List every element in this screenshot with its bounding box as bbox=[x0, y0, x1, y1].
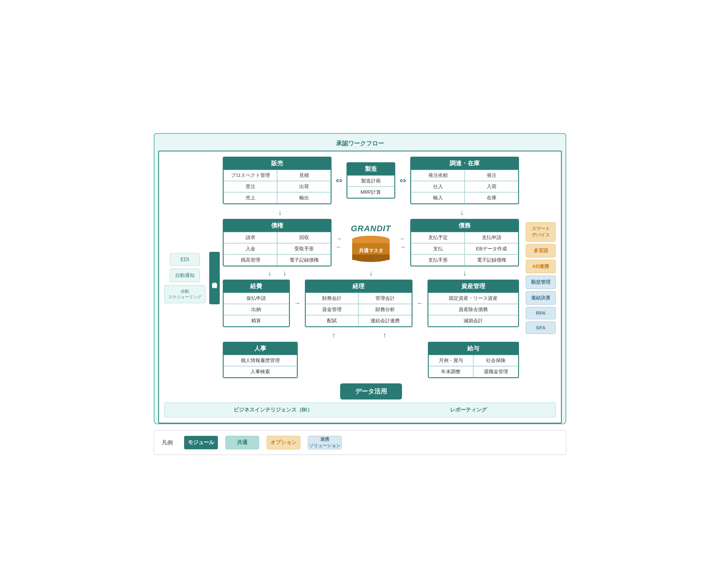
legend-module: モジュール bbox=[184, 436, 218, 449]
data-usage-banner: データ活用 bbox=[340, 383, 402, 399]
expense-header: 経費 bbox=[224, 280, 289, 293]
attendance-option: 勤怠管理 bbox=[526, 275, 556, 289]
pay-cell-2: 支払 bbox=[411, 243, 465, 254]
payable-module: 債務 支払予定 支払申請 支払 EBデータ作成 支払手形 電子記録債権 bbox=[410, 219, 519, 266]
mfg-header: 製造 bbox=[347, 163, 394, 175]
payroll-cell-1: 社会保険 bbox=[473, 355, 518, 366]
mfg-cell-1: MRP計算 bbox=[347, 187, 394, 198]
main-container: 承認ワークフロー EDI 自動通知 自動スケジューリング 外部連携 bbox=[154, 133, 566, 455]
expense-module: 経費 仮払申請 出納 精算 bbox=[223, 280, 290, 327]
smart-device-option: スマートデバイス bbox=[526, 222, 556, 242]
legend-common-rect: 共通 bbox=[225, 436, 259, 449]
approval-label: 承認ワークフロー bbox=[158, 138, 562, 151]
payable-header: 債務 bbox=[411, 220, 518, 232]
proc-cell-0: 発注依頼 bbox=[411, 170, 465, 181]
payroll-header: 給与 bbox=[429, 343, 518, 355]
payroll-cell-2: 年末調整 bbox=[429, 366, 474, 377]
asset-cell-2: 減損会計 bbox=[428, 315, 518, 326]
acc-cell-2: 資金管理 bbox=[306, 304, 359, 315]
proc-cell-4: 輸入 bbox=[411, 192, 465, 203]
bi-label: ビジネスインテリジェンス（BI） bbox=[234, 407, 312, 413]
legend-solution-rect: 連携ソリューション bbox=[308, 436, 342, 449]
asset-cell-0: 固定資産・リース資産 bbox=[428, 293, 518, 304]
pay-cell-1: 支払申請 bbox=[465, 232, 518, 243]
acc-cell-0: 財務会計 bbox=[306, 293, 359, 304]
mfg-cell-0: 製造計画 bbox=[347, 175, 394, 187]
edi-item: EDI bbox=[170, 253, 200, 266]
payroll-cell-0: 月例・賞与 bbox=[429, 355, 474, 366]
mfg-module: 製造 製造計画 MRP計算 bbox=[346, 162, 395, 199]
legend-box: 凡例 モジュール 共通 オプション 連携ソリューション bbox=[154, 430, 566, 455]
sales-cell-3: 出荷 bbox=[277, 181, 331, 192]
exp-cell-2: 精算 bbox=[224, 315, 289, 326]
procurement-module: 調達・在庫 発注依頼 発注 仕入 入荷 輸入 在庫 bbox=[410, 157, 519, 204]
rec-cell-4: 残高管理 bbox=[224, 254, 277, 266]
acc-cell-4: 配賦 bbox=[306, 315, 359, 326]
legend-module-rect: モジュール bbox=[184, 436, 218, 449]
procurement-header: 調達・在庫 bbox=[411, 157, 518, 170]
grandit-db: GRANDIT 共通マスタ bbox=[346, 224, 395, 262]
legend-common: 共通 bbox=[225, 436, 259, 449]
proc-cell-3: 入荷 bbox=[465, 181, 518, 192]
reporting-label: レポーティング bbox=[450, 407, 487, 413]
right-options-panel: スマートデバイス 多言語 AD連携 勤怠管理 連結決算 RPA SFA bbox=[522, 157, 556, 399]
payroll-cell-3: 退職金管理 bbox=[473, 366, 518, 377]
sales-module: 販売 プロスペクト管理 見積 受注 出荷 売上 輸出 bbox=[223, 157, 332, 204]
mfg-proc-arrow: ⇔ bbox=[399, 176, 406, 186]
rec-cell-5: 電子記録債権 bbox=[277, 254, 331, 266]
sales-cell-0: プロスペクト管理 bbox=[224, 170, 277, 181]
main-diagram-box: EDI 自動通知 自動スケジューリング 外部連携 販売 プロスペ bbox=[158, 151, 562, 423]
proc-cell-2: 仕入 bbox=[411, 181, 465, 192]
rec-cell-3: 受取手形 bbox=[277, 243, 331, 254]
assets-module: 資産管理 固定資産・リース資産 資産除去債務 減損会計 bbox=[428, 280, 519, 327]
exp-acc-arrow: → bbox=[294, 280, 301, 327]
external-panel: EDI 自動通知 自動スケジューリング 外部連携 bbox=[164, 157, 220, 399]
consol-option: 連結決算 bbox=[526, 291, 556, 305]
rec-cell-1: 回収 bbox=[277, 232, 331, 243]
proc-cell-5: 在庫 bbox=[465, 192, 518, 203]
sales-cell-4: 売上 bbox=[224, 192, 277, 203]
pay-cell-5: 電子記録債権 bbox=[465, 254, 518, 266]
external-label: 外部連携 bbox=[209, 252, 220, 304]
legend-option: オプション bbox=[267, 436, 300, 449]
center-panel: 販売 プロスペクト管理 見積 受注 出荷 売上 輸出 ⇔ bbox=[223, 157, 519, 399]
pay-cell-3: EBデータ作成 bbox=[465, 243, 518, 254]
rpa-option: RPA bbox=[526, 307, 556, 319]
acc-cell-1: 管理会計 bbox=[358, 293, 412, 304]
pay-cell-0: 支払予定 bbox=[411, 232, 465, 243]
assets-header: 資産管理 bbox=[428, 280, 518, 293]
pay-cell-4: 支払手形 bbox=[411, 254, 465, 266]
ad-connect-option: AD連携 bbox=[526, 260, 556, 273]
sales-cell-5: 輸出 bbox=[277, 192, 331, 203]
legend-title: 凡例 bbox=[162, 439, 173, 446]
hr-cell-0: 個人情報履歴管理 bbox=[224, 355, 297, 366]
sfa-option: SFA bbox=[526, 322, 556, 334]
exp-cell-1: 出納 bbox=[224, 304, 289, 315]
hr-module: 人事 個人情報履歴管理 人事検索 bbox=[223, 342, 298, 378]
rec-cell-0: 請求 bbox=[224, 232, 277, 243]
approval-workflow-box: 承認ワークフロー EDI 自動通知 自動スケジューリング 外部連携 bbox=[154, 133, 566, 424]
accounting-module: 経理 財務会計 管理会計 資金管理 財務分析 配賦 連結会計連携 bbox=[305, 280, 413, 327]
sales-cell-1: 見積 bbox=[277, 170, 331, 181]
assets-acc-arrow: ← bbox=[416, 280, 424, 327]
acc-cell-5: 連結会計連携 bbox=[358, 315, 412, 326]
db-label: 共通マスタ bbox=[359, 247, 383, 254]
auto-notify-item: 自動通知 bbox=[170, 269, 200, 282]
hr-header: 人事 bbox=[224, 343, 297, 355]
proc-cell-1: 発注 bbox=[465, 170, 518, 181]
exp-cell-0: 仮払申請 bbox=[224, 293, 289, 304]
auto-schedule-item: 自動スケジューリング bbox=[164, 285, 206, 304]
legend-option-rect: オプション bbox=[267, 436, 300, 449]
grandit-title: GRANDIT bbox=[351, 224, 391, 233]
rec-cell-2: 入金 bbox=[224, 243, 277, 254]
sales-cell-2: 受注 bbox=[224, 181, 277, 192]
asset-cell-1: 資産除去債務 bbox=[428, 304, 518, 315]
multilang-option: 多言語 bbox=[526, 244, 556, 257]
sales-mfg-arrow: ⇔ bbox=[335, 176, 343, 186]
legend-solution: 連携ソリューション bbox=[308, 436, 342, 449]
receivable-module: 債権 請求 回収 入金 受取手形 残高管理 電子記録債権 bbox=[223, 219, 332, 266]
acc-cell-3: 財務分析 bbox=[358, 304, 412, 315]
payroll-module: 給与 月例・賞与 社会保険 年末調整 退職金管理 bbox=[428, 342, 519, 378]
receivable-header: 債権 bbox=[224, 220, 331, 232]
sales-header: 販売 bbox=[224, 157, 331, 170]
